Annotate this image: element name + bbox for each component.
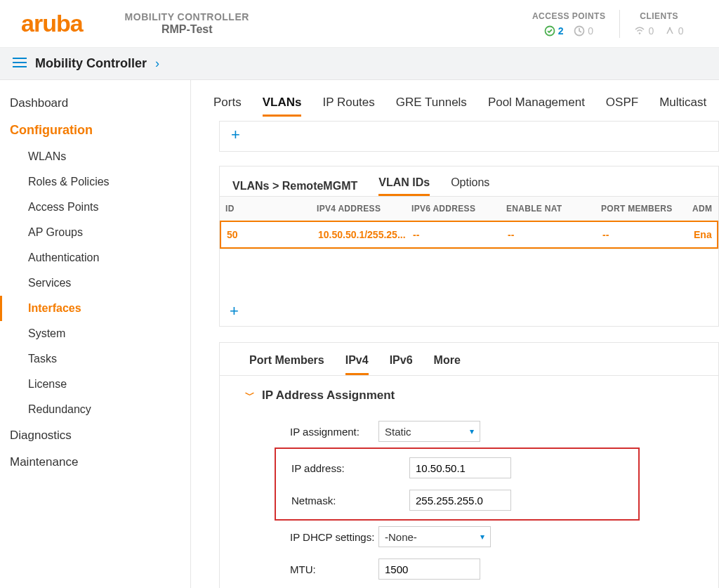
tab-vlans[interactable]: VLANs: [263, 91, 302, 117]
vlans-panel: +: [219, 121, 719, 152]
cell-port: --: [597, 222, 688, 247]
sidebar-item-tasks[interactable]: Tasks: [0, 346, 190, 372]
logo: aruba: [21, 10, 83, 37]
chevron-down-icon: ▾: [480, 532, 484, 542]
wired-icon: [664, 25, 675, 37]
subtab-vlanids[interactable]: VLAN IDs: [378, 176, 430, 196]
ip-form-panel: ﹀ IP Address Assignment IP assignment: S…: [219, 376, 719, 588]
label-ip-address: IP address:: [276, 462, 409, 474]
select-dhcp-value: -None-: [385, 531, 417, 543]
th-adm: ADM: [687, 197, 715, 221]
cell-ipv4: 10.50.50.1/255.25...: [312, 222, 407, 247]
clients-stat: CLIENTS 0 0: [620, 11, 698, 37]
ap-label: ACCESS POINTS: [532, 11, 606, 21]
sidebar-item-auth[interactable]: Authentication: [0, 245, 190, 270]
menu-icon[interactable]: [13, 57, 27, 70]
row-ip-assignment: IP assignment: Static ▾: [245, 415, 703, 447]
vlan-crumb: VLANs > RemoteMGMT: [232, 180, 357, 192]
sidebar-item-system[interactable]: System: [0, 321, 190, 346]
controller-title: MOBILITY CONTROLLER RMP-Test: [125, 11, 249, 37]
wifi-icon: [634, 25, 645, 37]
sidebar-item-configuration[interactable]: Configuration: [0, 117, 190, 144]
chevron-down-icon: ﹀: [245, 389, 255, 402]
tab-iproutes[interactable]: IP Routes: [322, 91, 374, 117]
clients-wired[interactable]: 0: [664, 25, 684, 37]
title-line2: RMP-Test: [125, 22, 249, 36]
table-footer: +: [220, 249, 718, 326]
sidebar-item-redundancy[interactable]: Redundancy: [0, 397, 190, 422]
main-content: Ports VLANs IP Routes GRE Tunnels Pool M…: [191, 80, 719, 588]
label-mtu: MTU:: [245, 563, 378, 575]
sidebar-item-services[interactable]: Services: [0, 270, 190, 296]
row-mtu: MTU:: [245, 553, 703, 585]
row-suppress-arp: Suppress ARP: ✓: [245, 585, 703, 588]
tab-pool[interactable]: Pool Management: [488, 91, 585, 117]
vlan-subheader: VLANs > RemoteMGMT VLAN IDs Options: [219, 166, 719, 196]
subtab-options[interactable]: Options: [451, 176, 489, 196]
tab-ports[interactable]: Ports: [213, 91, 242, 117]
ap-down[interactable]: 0: [574, 25, 593, 37]
ap-up-count: 2: [558, 25, 564, 37]
clients-label: CLIENTS: [634, 11, 684, 21]
svg-point-3: [669, 27, 671, 28]
input-mtu[interactable]: [378, 558, 480, 580]
top-bar: aruba MOBILITY CONTROLLER RMP-Test ACCES…: [0, 0, 719, 48]
title-line1: MOBILITY CONTROLLER: [125, 11, 249, 23]
select-ip-assignment[interactable]: Static ▾: [378, 421, 480, 442]
dtab-ipv4[interactable]: IPv4: [345, 354, 369, 375]
select-ip-assignment-value: Static: [385, 426, 411, 438]
input-ip-address[interactable]: [409, 457, 511, 478]
tab-multicast[interactable]: Multicast: [659, 91, 706, 117]
sidebar-item-wlans[interactable]: WLANs: [0, 144, 190, 169]
cell-nat: --: [502, 222, 597, 247]
clients-wifi-count: 0: [648, 25, 654, 37]
th-ipv6: IPV6 ADDRESS: [406, 197, 501, 221]
select-dhcp[interactable]: -None- ▾: [378, 526, 491, 547]
svg-point-2: [639, 32, 641, 34]
th-id: ID: [220, 197, 311, 221]
label-dhcp: IP DHCP settings:: [245, 531, 378, 543]
cell-id: 50: [221, 222, 312, 247]
add-vlan-id-button[interactable]: +: [227, 302, 242, 320]
clock-icon: [574, 25, 585, 37]
chevron-down-icon: ▾: [470, 426, 474, 436]
cell-ipv6: --: [407, 222, 502, 247]
tab-strip: Ports VLANs IP Routes GRE Tunnels Pool M…: [213, 91, 719, 117]
vlan-table: ID IPV4 ADDRESS IPV6 ADDRESS ENABLE NAT …: [219, 196, 719, 327]
sidebar: Dashboard Configuration WLANs Roles & Po…: [0, 80, 191, 588]
detail-tab-strip: Port Members IPv4 IPv6 More: [219, 342, 719, 376]
sidebar-item-apgroups[interactable]: AP Groups: [0, 220, 190, 245]
highlight-box: IP address: Netmask:: [275, 447, 640, 521]
sidebar-item-roles[interactable]: Roles & Policies: [0, 169, 190, 195]
ap-down-count: 0: [588, 25, 593, 37]
row-dhcp: IP DHCP settings: -None- ▾: [245, 521, 703, 553]
tab-gre[interactable]: GRE Tunnels: [396, 91, 467, 117]
th-nat: ENABLE NAT: [501, 197, 595, 221]
clients-wifi[interactable]: 0: [634, 25, 654, 37]
sidebar-item-interfaces[interactable]: Interfaces: [0, 296, 190, 321]
sidebar-item-maintenance[interactable]: Maintenance: [0, 449, 190, 476]
label-netmask: Netmask:: [276, 495, 409, 507]
input-netmask[interactable]: [409, 490, 511, 511]
check-circle-icon: [544, 25, 555, 37]
sidebar-item-dashboard[interactable]: Dashboard: [0, 90, 190, 117]
tab-ospf[interactable]: OSPF: [606, 91, 638, 117]
sidebar-item-diagnostics[interactable]: Diagnostics: [0, 422, 190, 449]
breadcrumb-text[interactable]: Mobility Controller: [35, 56, 147, 71]
sidebar-item-aps[interactable]: Access Points: [0, 195, 190, 220]
table-header: ID IPV4 ADDRESS IPV6 ADDRESS ENABLE NAT …: [220, 196, 718, 221]
cell-adm: Ena: [688, 222, 716, 247]
row-netmask: Netmask:: [276, 484, 626, 516]
ap-up[interactable]: 2: [544, 25, 564, 37]
dtab-ipv6[interactable]: IPv6: [390, 354, 413, 375]
sidebar-item-license[interactable]: License: [0, 372, 190, 397]
label-ip-assignment: IP assignment:: [245, 426, 378, 438]
dtab-portmembers[interactable]: Port Members: [249, 354, 324, 375]
table-row[interactable]: 50 10.50.50.1/255.25... -- -- -- Ena: [220, 221, 718, 249]
section-ip-assignment[interactable]: ﹀ IP Address Assignment: [245, 388, 703, 403]
breadcrumb-bar: Mobility Controller ›: [0, 48, 719, 80]
chevron-right-icon[interactable]: ›: [155, 56, 159, 71]
add-vlan-button[interactable]: +: [228, 126, 243, 144]
access-points-stat: ACCESS POINTS 2 0: [518, 11, 620, 37]
dtab-more[interactable]: More: [434, 354, 461, 375]
